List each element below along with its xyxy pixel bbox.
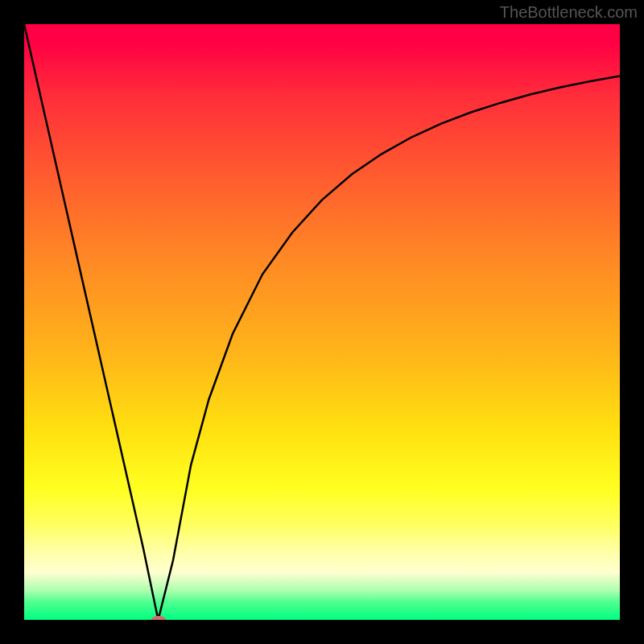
chart-frame: TheBottleneck.com xyxy=(0,0,644,644)
watermark-text: TheBottleneck.com xyxy=(500,3,638,22)
optimum-marker xyxy=(151,616,166,620)
curve-layer xyxy=(24,24,620,620)
bottleneck-curve xyxy=(24,24,620,620)
plot-area xyxy=(24,24,620,620)
